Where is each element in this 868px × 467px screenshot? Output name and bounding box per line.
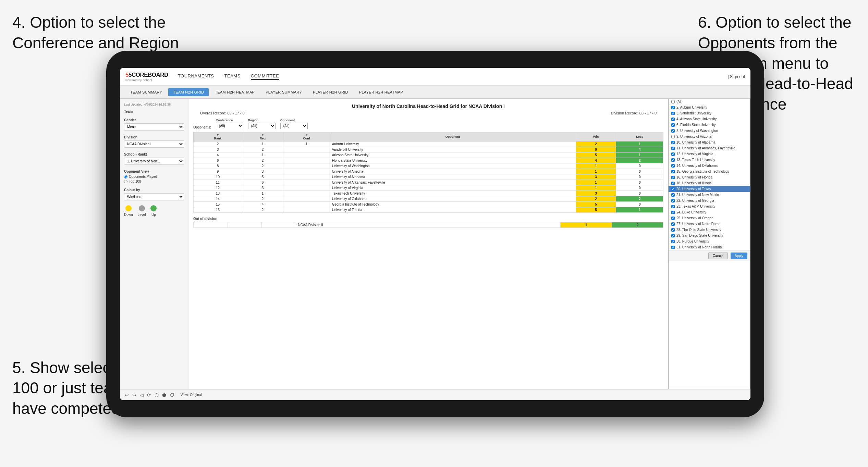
dropdown-item[interactable]: 14. University of Oklahoma <box>669 163 750 169</box>
opponent-select[interactable]: (All) <box>280 123 308 129</box>
sub-nav-player-summary[interactable]: PLAYER SUMMARY <box>261 88 307 96</box>
sidebar-opponent-view-section: Opponent View Opponents Played Top 100 <box>124 170 184 183</box>
dropdown-item[interactable]: 9. University of Arizona <box>669 134 750 139</box>
toolbar-undo[interactable]: ↩ <box>124 392 130 398</box>
opponent-filter: Opponent (All) <box>280 119 308 129</box>
sidebar-colour-section: Colour by Win/Loss <box>124 188 184 200</box>
report-wrapper: University of North Carolina Head-to-Hea… <box>188 99 750 389</box>
dropdown-item[interactable]: 12. University of Virginia <box>669 151 750 157</box>
out-of-division-table: NCAA Division II 1 0 <box>193 222 663 228</box>
dropdown-item[interactable]: 8. University of Washington <box>669 128 750 134</box>
nav-bar: 55COREBOARD Powered by School TOURNAMENT… <box>120 68 750 86</box>
th-conf: #Conf <box>283 132 330 142</box>
dropdown-item[interactable]: 24. Duke University <box>669 209 750 215</box>
sub-nav-player-h2h-heatmap[interactable]: PLAYER H2H HEATMAP <box>354 88 408 96</box>
table-row: 15 4 Georgia Institute of Technology 5 0 <box>194 202 663 207</box>
apply-button[interactable]: Apply <box>731 253 747 259</box>
division-select[interactable]: NCAA Division I <box>124 140 184 148</box>
sidebar-opponent-view-label: Opponent View <box>124 170 184 173</box>
dropdown-item[interactable]: 18. University of Illinois <box>669 180 750 186</box>
main-content: Last Updated: 4/29/2024 16:55:38 Team Ge… <box>120 99 750 389</box>
toolbar-refresh[interactable]: ⟳ <box>146 392 152 398</box>
tablet-device: 55COREBOARD Powered by School TOURNAMENT… <box>106 51 764 417</box>
dropdown-item[interactable]: 30. Purdue University <box>669 238 750 244</box>
filter-row: Opponents: Conference (All) Region (All) <box>193 119 663 129</box>
table-row: 8 2 University of Washington 1 0 <box>194 163 663 169</box>
sub-nav-team-h2h-grid[interactable]: TEAM H2H GRID <box>168 88 209 96</box>
sidebar-colour-label: Colour by <box>124 188 184 192</box>
logo: 55COREBOARD Powered by School <box>125 72 168 82</box>
dropdown-item[interactable]: 4. Arizona State University <box>669 116 750 122</box>
table-row: 14 2 University of Oklahoma 2 2 <box>194 196 663 202</box>
cancel-button[interactable]: Cancel <box>708 253 728 259</box>
nav-teams[interactable]: TEAMS <box>224 73 241 80</box>
nav-tournaments[interactable]: TOURNAMENTS <box>178 73 214 80</box>
dropdown-item[interactable]: 6. Florida State University <box>669 122 750 128</box>
th-reg: #Reg <box>242 132 283 142</box>
dropdown-item[interactable]: 11. University of Arkansas, Fayetteville <box>669 145 750 151</box>
table-row: 12 3 University of Virginia 1 0 <box>194 185 663 191</box>
th-win: Win <box>576 132 616 142</box>
legend-down: Down <box>124 205 133 217</box>
table-row: 16 2 University of Florida 5 1 <box>194 207 663 213</box>
sidebar-team-section: Team <box>124 110 184 113</box>
sub-nav-player-h2h-grid[interactable]: PLAYER H2H GRID <box>308 88 353 96</box>
sidebar-division-label: Division <box>124 135 184 139</box>
table-row: 4 1 Arizona State University 5 1 <box>194 152 663 158</box>
th-opponent: Opponent <box>330 132 576 142</box>
sidebar-team-label: Team <box>124 110 184 113</box>
radio-top100[interactable]: Top 100 <box>124 180 184 183</box>
school-select[interactable]: 1. University of Nort... <box>124 158 184 165</box>
dropdown-item[interactable]: 16. University of Florida <box>669 174 750 180</box>
dropdown-item[interactable]: 27. University of Notre Dame <box>669 221 750 227</box>
table-row: 11 6 University of Arkansas, Fayettevill… <box>194 180 663 185</box>
sidebar-school-section: School (Rank) 1. University of Nort... <box>124 152 184 165</box>
dropdown-item[interactable]: 22. University of Georgia <box>669 198 750 204</box>
dropdown-item[interactable]: 13. Texas Tech University <box>669 157 750 163</box>
color-legend: Down Level Up <box>124 205 184 217</box>
toolbar-redo[interactable]: ↪ <box>132 392 137 398</box>
toolbar-view-label: View: Original <box>181 393 202 397</box>
sub-nav-team-summary[interactable]: TEAM SUMMARY <box>125 88 167 96</box>
th-rank: #Rank <box>194 132 242 142</box>
sub-nav: TEAM SUMMARY TEAM H2H GRID TEAM H2H HEAT… <box>120 86 750 99</box>
dropdown-item[interactable]: 23. Texas A&M University <box>669 204 750 209</box>
table-row: 3 2 Vanderbilt University 0 4 <box>194 147 663 152</box>
gender-select[interactable]: Men's <box>124 123 184 131</box>
dropdown-item[interactable]: 2. Auburn University <box>669 105 750 110</box>
table-row: NCAA Division II 1 0 <box>194 222 663 228</box>
sidebar-gender-label: Gender <box>124 118 184 122</box>
sub-nav-team-h2h-heatmap[interactable]: TEAM H2H HEATMAP <box>210 88 259 96</box>
nav-committee[interactable]: COMMITTEE <box>251 73 279 80</box>
dropdown-item[interactable]: 31. University of North Florida <box>669 244 750 250</box>
toolbar-copy[interactable]: ⬡ <box>154 392 159 398</box>
sidebar-school-label: School (Rank) <box>124 152 184 156</box>
dropdown-item[interactable]: 10. University of Alabama <box>669 139 750 145</box>
toolbar-back[interactable]: ◁ <box>139 392 144 398</box>
nav-sign-out[interactable]: | Sign out <box>728 74 745 79</box>
th-loss: Loss <box>616 132 663 142</box>
last-updated: Last Updated: 4/29/2024 16:55:38 <box>124 103 184 106</box>
dropdown-item[interactable]: 20. University of Texas <box>669 186 750 192</box>
conference-label: Conference <box>216 119 243 122</box>
conference-select[interactable]: (All) <box>216 123 243 129</box>
toolbar-clock[interactable]: ⏱ <box>169 392 175 398</box>
dropdown-item[interactable]: 15. Georgia Institute of Technology <box>669 169 750 174</box>
toolbar-paste[interactable]: ⬢ <box>161 392 167 398</box>
region-select[interactable]: (All) <box>248 123 276 129</box>
dropdown-item[interactable]: 28. The Ohio State University <box>669 227 750 233</box>
out-of-division-title: Out of division <box>193 217 663 221</box>
dropdown-item[interactable]: 29. San Diego State University <box>669 233 750 238</box>
table-row: 2 1 1 Auburn University 2 1 <box>194 142 663 147</box>
dropdown-item[interactable]: (All) <box>669 99 750 105</box>
opponents-label: Opponents: <box>193 125 211 129</box>
dropdown-item[interactable]: 21. University of New Mexico <box>669 192 750 198</box>
sidebar-gender-section: Gender Men's <box>124 118 184 131</box>
dropdown-items-list: (All) 2. Auburn University 3. Vanderbilt… <box>669 99 750 250</box>
radio-opponents-played[interactable]: Opponents Played <box>124 175 184 179</box>
dropdown-item[interactable]: 25. University of Oregon <box>669 215 750 221</box>
colour-select[interactable]: Win/Loss <box>124 193 184 200</box>
report-title: University of North Carolina Head-to-Hea… <box>193 103 663 109</box>
table-row: 6 2 Florida State University 4 2 <box>194 158 663 163</box>
dropdown-item[interactable]: 3. Vanderbilt University <box>669 110 750 116</box>
